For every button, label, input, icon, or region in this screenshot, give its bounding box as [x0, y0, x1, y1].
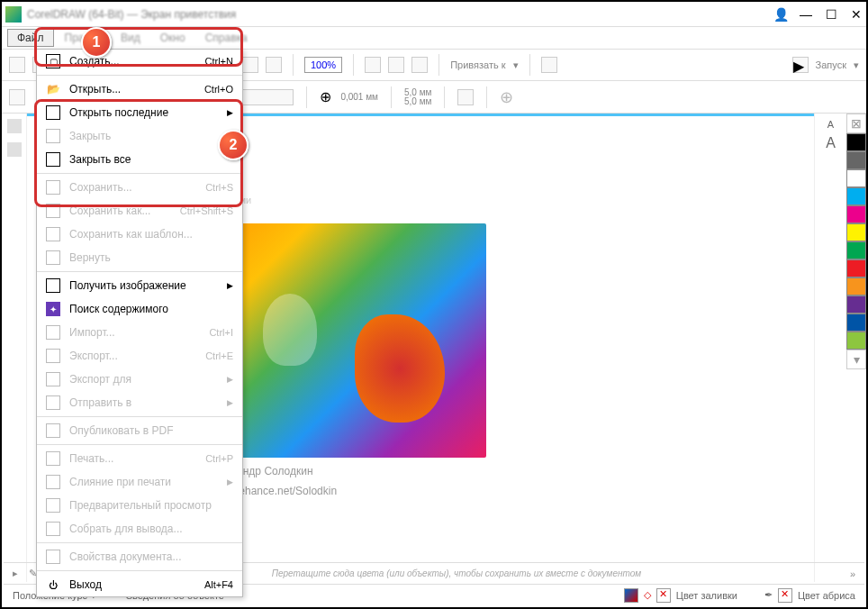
color-swatch[interactable] — [846, 133, 866, 151]
menu-item-search[interactable]: ✦Поиск содержимого — [37, 297, 242, 321]
menu-label: Сохранить как... — [69, 205, 171, 217]
tb-options-icon[interactable] — [541, 57, 557, 73]
menu-item-close: Закрыть — [37, 124, 242, 148]
tb-new-icon[interactable] — [9, 57, 25, 73]
maximize-button[interactable]: ☐ — [825, 8, 837, 21]
menu-blur-2[interactable]: Вид — [112, 30, 149, 46]
menu-blur-3[interactable]: Окно — [151, 30, 194, 46]
font-large-icon[interactable]: A — [826, 135, 836, 151]
window-buttons: 👤 — ☐ ✕ — [774, 8, 863, 21]
titlebar: CorelDRAW (64-Bit) — Экран приветствия 👤… — [2, 2, 866, 27]
snap-label[interactable]: Привязать к — [450, 59, 505, 70]
pdf-icon — [46, 423, 60, 438]
launch-chevron[interactable]: ▾ — [854, 59, 859, 71]
app-icon — [5, 6, 22, 23]
no-color-swatch[interactable]: ⊠ — [846, 114, 866, 133]
menu-item-collect: Собрать для вывода... — [37, 517, 242, 541]
menu-item-new[interactable]: ▢Создать...Ctrl+N — [37, 50, 242, 73]
snap-chevron[interactable]: ▾ — [513, 59, 519, 71]
menu-item-import: Импорт...Ctrl+I — [37, 321, 242, 344]
color-swatch[interactable] — [846, 205, 866, 223]
submenu-arrow-icon: ▶ — [227, 375, 233, 384]
new-icon: ▢ — [46, 54, 60, 68]
menu-label: Сохранить как шаблон... — [69, 228, 233, 241]
tool-pick-icon[interactable] — [7, 119, 22, 133]
menu-label: Получить изображение — [69, 279, 218, 292]
menu-shortcut: Ctrl+Shift+S — [180, 205, 233, 216]
menu-item-acquire[interactable]: Получить изображение▶ — [37, 274, 242, 297]
tool-shape-icon[interactable] — [7, 142, 22, 157]
palette-scroll-down[interactable]: ▾ — [846, 350, 866, 369]
save-icon — [46, 180, 60, 195]
menu-item-open[interactable]: 📂Открыть...Ctrl+O — [37, 77, 242, 101]
menu-label: Закрыть все — [69, 153, 233, 166]
fill-none-icon — [656, 588, 671, 603]
hint-rail: A A — [814, 114, 846, 582]
artwork-credit-url: www.behance.net/Solodkin — [207, 485, 486, 497]
dup-y[interactable]: 5,0 мм — [404, 97, 431, 106]
export-icon — [46, 349, 60, 363]
account-icon[interactable]: 👤 — [774, 8, 787, 21]
preview-icon — [46, 498, 60, 513]
menu-label: Создать... — [69, 55, 196, 68]
menu-label: Опубликовать в PDF — [69, 424, 233, 437]
tb-grid-icon[interactable] — [388, 57, 404, 73]
submenu-arrow-icon: ▶ — [227, 477, 233, 486]
units-dropdown[interactable] — [240, 89, 294, 105]
menu-label: Свойства документа... — [69, 550, 233, 563]
menu-shortcut: Ctrl+E — [205, 350, 233, 361]
color-swatch[interactable] — [846, 169, 866, 187]
menu-item-recent[interactable]: Открыть последние▶ — [37, 101, 242, 124]
close-button[interactable]: ✕ — [850, 8, 863, 21]
color-swatch[interactable] — [846, 223, 866, 241]
dup-x[interactable]: 5,0 мм — [404, 88, 431, 97]
menu-item-savetpl: Сохранить как шаблон... — [37, 223, 242, 246]
menu-label: Экспорт для — [69, 373, 218, 386]
menu-blur-4[interactable]: Справка — [196, 30, 257, 46]
menu-shortcut: Ctrl+P — [205, 453, 233, 464]
artwork-credit-name: Александр Солодкин — [207, 465, 486, 477]
savetpl-icon — [46, 227, 60, 241]
tb-export-icon[interactable] — [242, 57, 258, 73]
menu-shortcut: Ctrl+N — [205, 56, 233, 67]
zoom-level[interactable]: 100% — [304, 57, 342, 73]
font-small-icon[interactable]: A — [827, 119, 834, 130]
minimize-button[interactable]: — — [800, 8, 812, 21]
menu-shortcut: Ctrl+I — [209, 327, 233, 338]
menu-shortcut: Ctrl+S — [205, 182, 233, 193]
color-swatch[interactable] — [846, 187, 866, 205]
page-size-icon[interactable] — [9, 89, 25, 105]
nudge-icon: ⊕ — [320, 88, 331, 105]
add-icon[interactable]: ⊕ — [500, 87, 513, 107]
color-swatch[interactable] — [846, 314, 866, 332]
color-swatch[interactable] — [846, 259, 866, 277]
menu-item-preview: Предварительный просмотр — [37, 494, 242, 517]
color-swatch[interactable] — [846, 295, 866, 314]
fill-color-status[interactable]: ◇ Цвет заливки — [624, 588, 737, 603]
color-swatch[interactable] — [846, 151, 866, 169]
bounds-icon[interactable] — [457, 89, 474, 105]
menu-label: Закрыть — [69, 130, 233, 142]
launch-icon[interactable]: ▶ — [792, 57, 809, 73]
tb-guides-icon[interactable] — [411, 57, 428, 73]
tb-pdf-icon[interactable] — [266, 57, 282, 73]
palette-nav-right[interactable]: » — [850, 568, 855, 579]
menu-file[interactable]: Файл — [7, 29, 54, 47]
color-swatch[interactable] — [846, 277, 866, 295]
nudge-value[interactable]: 0,001 мм — [340, 92, 378, 102]
menu-item-closeall[interactable]: Закрыть все — [37, 148, 242, 171]
launch-label[interactable]: Запуск — [816, 59, 846, 70]
menu-item-docprop: Свойства документа... — [37, 545, 242, 568]
outline-color-status[interactable]: ✒ Цвет абриса — [764, 588, 855, 603]
menu-item-merge: Слияние при печати▶ — [37, 470, 242, 494]
color-swatch[interactable] — [846, 332, 866, 350]
menu-label: Отправить в — [69, 396, 218, 409]
color-swatch[interactable] — [846, 241, 866, 259]
menu-shortcut: Alt+F4 — [204, 579, 233, 590]
menu-label: Слияние при печати — [69, 476, 218, 488]
menu-item-exit[interactable]: ⏻ВыходAlt+F4 — [37, 573, 242, 596]
closeall-icon — [46, 152, 60, 167]
tb-fullscreen-icon[interactable] — [365, 57, 381, 73]
palette-nav-left[interactable]: ▸ — [13, 568, 18, 579]
merge-icon — [46, 475, 60, 489]
